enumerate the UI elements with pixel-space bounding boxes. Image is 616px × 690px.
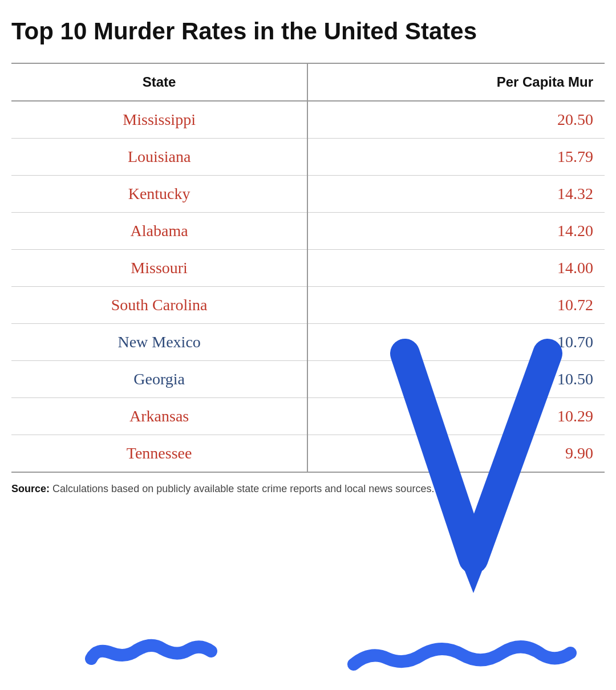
table-row: Arkansas10.29: [11, 398, 605, 435]
state-cell: Kentucky: [11, 176, 307, 213]
rate-cell: 10.70: [307, 324, 605, 361]
state-cell: Tennessee: [11, 435, 307, 472]
table-row: New Mexico10.70: [11, 324, 605, 361]
source-text: Calculations based on publicly available…: [52, 483, 434, 494]
svg-marker-0: [453, 542, 493, 593]
state-cell: Alabama: [11, 213, 307, 250]
source-line: Source: Calculations based on publicly a…: [11, 483, 605, 495]
rate-cell: 14.00: [307, 250, 605, 287]
rate-column-header: Per Capita Mur: [307, 64, 605, 101]
state-cell: Louisiana: [11, 139, 307, 176]
table-header: State Per Capita Mur: [11, 64, 605, 101]
rate-cell: 9.90: [307, 435, 605, 472]
rate-cell: 14.20: [307, 213, 605, 250]
page-title: Top 10 Murder Rates in the United States: [11, 17, 605, 46]
rate-cell: 10.50: [307, 361, 605, 398]
rate-cell: 10.72: [307, 287, 605, 324]
table-row: Georgia10.50: [11, 361, 605, 398]
table-row: Mississippi20.50: [11, 101, 605, 139]
rate-cell: 10.29: [307, 398, 605, 435]
rate-cell: 20.50: [307, 101, 605, 139]
data-table: State Per Capita Mur Mississippi20.50Lou…: [11, 63, 605, 473]
table-row: Kentucky14.32: [11, 176, 605, 213]
rate-cell: 15.79: [307, 139, 605, 176]
state-cell: Missouri: [11, 250, 307, 287]
source-label: Source:: [11, 483, 50, 494]
state-cell: Georgia: [11, 361, 307, 398]
table-row: South Carolina10.72: [11, 287, 605, 324]
table-row: Missouri14.00: [11, 250, 605, 287]
table-row: Louisiana15.79: [11, 139, 605, 176]
state-cell: South Carolina: [11, 287, 307, 324]
state-cell: Mississippi: [11, 101, 307, 139]
rate-cell: 14.32: [307, 176, 605, 213]
table-row: Alabama14.20: [11, 213, 605, 250]
table-row: Tennessee9.90: [11, 435, 605, 472]
state-column-header: State: [11, 64, 307, 101]
state-cell: Arkansas: [11, 398, 307, 435]
state-cell: New Mexico: [11, 324, 307, 361]
